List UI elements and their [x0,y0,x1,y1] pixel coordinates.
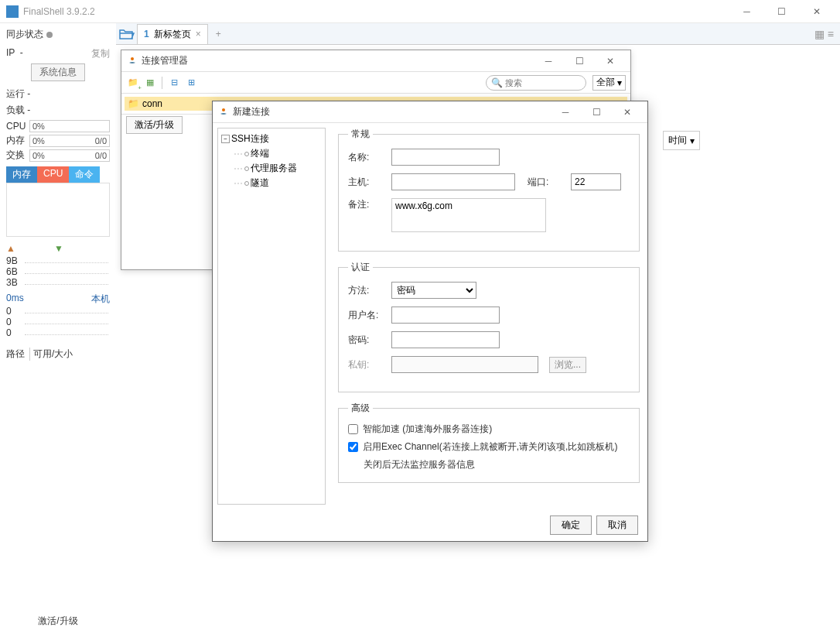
tree-ssh[interactable]: − SSH连接 [221,132,322,146]
method-label: 方法: [348,284,387,297]
collapse-icon[interactable]: ⊟ [167,76,181,90]
tab-number: 1 [144,29,149,39]
name-input[interactable] [391,149,500,166]
new-conn-close[interactable]: ✕ [612,107,643,118]
conn-mgr-maximize[interactable]: ☐ [564,56,595,67]
list-view-icon[interactable]: ≡ [828,28,834,40]
ok-button[interactable]: 确定 [550,515,592,535]
general-fieldset: 常规 名称: 主机: 端口: 备注: [338,128,640,252]
maximize-button[interactable]: ☐ [764,1,799,22]
close-button[interactable]: ✕ [799,1,834,22]
advanced-legend: 高级 [348,402,373,415]
svg-point-1 [222,108,225,111]
grid-view-icon[interactable]: ▦ [814,28,825,40]
app-icon [6,5,19,18]
copy-link[interactable]: 复制 [91,47,110,60]
upload-arrow-icon: ▲ [6,243,15,254]
latency: 0ms [6,293,24,306]
tree-proxy[interactable]: ⋯ 代理服务器 [221,161,322,176]
private-key-label: 私钥: [348,358,387,372]
host-input[interactable] [391,173,515,190]
main-titlebar: FinalShell 3.9.2.2 ─ ☐ ✕ [0,0,840,23]
exec-note: 关闭后无法监控服务器信息 [348,458,630,471]
tab-close-icon[interactable]: × [196,29,201,39]
tree-terminal[interactable]: ⋯ 终端 [221,146,322,161]
ip-label: IP - [6,47,23,60]
minimize-button[interactable]: ─ [729,1,764,22]
tab-label: 新标签页 [154,28,191,41]
general-legend: 常规 [348,128,373,141]
name-label: 名称: [348,151,387,164]
conn-mgr-close[interactable]: ✕ [595,56,626,67]
path-col: 路径 [6,348,30,361]
tab-memory[interactable]: 内存 [6,166,37,183]
search-box[interactable]: 🔍 [486,75,586,91]
conn-mgr-minimize[interactable]: ─ [533,56,564,67]
port-input[interactable] [571,173,621,190]
sync-status: 同步状态 [6,28,110,41]
cancel-button[interactable]: 取消 [596,515,638,535]
folder-icon: 📁 [128,98,139,109]
search-input[interactable] [505,78,581,87]
time-dropdown[interactable]: 时间▾ [663,131,700,150]
cpu-bar: 0% [29,120,110,132]
private-key-input[interactable] [391,356,538,373]
expand-icon[interactable]: ⊞ [184,76,198,90]
user-label: 用户名: [348,309,387,322]
avail-col: 可用/大小 [33,348,77,361]
sysinfo-button[interactable]: 系统信息 [31,63,85,81]
note-textarea[interactable] [391,198,546,232]
advanced-fieldset: 高级 智能加速 (加速海外服务器连接) 启用Exec Channel(若连接上就… [338,402,640,483]
method-select[interactable]: 密码 [391,282,476,299]
collapse-toggle-icon[interactable]: − [221,135,230,143]
port-label: 端口: [528,176,566,189]
tab-cpu[interactable]: CPU [37,166,69,183]
folder-open-icon[interactable] [116,24,138,44]
download-arrow-icon: ▼ [54,243,63,254]
svg-point-0 [131,57,134,60]
tab-bar: 1 新标签页 × + ▦ ≡ [116,23,840,45]
connection-type-tree: − SSH连接 ⋯ 终端 ⋯ 代理服务器 ⋯ 隧道 [217,128,326,505]
smart-accel-label: 智能加速 (加速海外服务器连接) [363,423,492,436]
conn-mgr-title: 连接管理器 [142,54,533,67]
exec-channel-label: 启用Exec Channel(若连接上就被断开,请关闭该项,比如跳板机) [363,440,617,454]
net-stats: 9B 6B 3B [6,255,110,288]
local-label: 本机 [91,293,110,306]
mem-bar: 0%0/0 [29,135,110,147]
running-label: 运行 - [6,87,30,101]
exec-channel-checkbox[interactable] [348,442,358,452]
mem-label: 内存 [6,134,29,147]
java-icon [126,55,138,67]
latency-stats: 0 0 0 [6,306,110,338]
swap-label: 交换 [6,149,29,162]
note-label: 备注: [348,198,387,211]
new-conn-maximize[interactable]: ☐ [581,107,612,118]
filter-dropdown[interactable]: 全部▾ [592,75,626,91]
new-conn-icon[interactable]: ▦ [143,76,157,90]
new-conn-title: 新建连接 [233,105,550,118]
search-icon: 🔍 [491,77,503,88]
java-icon [217,106,230,118]
tab-add-button[interactable]: + [208,29,229,39]
smart-accel-checkbox[interactable] [348,424,358,434]
swap-bar: 0%0/0 [29,149,110,162]
cpu-label: CPU [6,121,29,132]
activate-link[interactable]: 激活/升级 [6,610,110,632]
new-connection-dialog: 新建连接 ─ ☐ ✕ − SSH连接 ⋯ 终端 ⋯ 代理服务器 ⋯ 隧道 [212,101,648,542]
browse-button[interactable]: 浏览... [549,357,586,373]
new-folder-icon[interactable]: 📁+ [126,76,140,90]
host-label: 主机: [348,176,387,189]
auth-legend: 认证 [348,261,373,274]
activate-button[interactable]: 激活/升级 [126,116,183,134]
password-label: 密码: [348,334,387,347]
process-list [6,183,110,237]
password-input[interactable] [391,331,500,348]
tree-tunnel[interactable]: ⋯ 隧道 [221,176,322,190]
tab-command[interactable]: 命令 [69,166,100,183]
user-input[interactable] [391,307,500,324]
load-label: 负载 - [6,104,30,117]
auth-fieldset: 认证 方法: 密码 用户名: 密码: 私钥: [338,261,640,392]
tab-main[interactable]: 1 新标签页 × [137,24,208,44]
app-title: FinalShell 3.9.2.2 [23,6,729,17]
new-conn-minimize[interactable]: ─ [550,107,581,118]
